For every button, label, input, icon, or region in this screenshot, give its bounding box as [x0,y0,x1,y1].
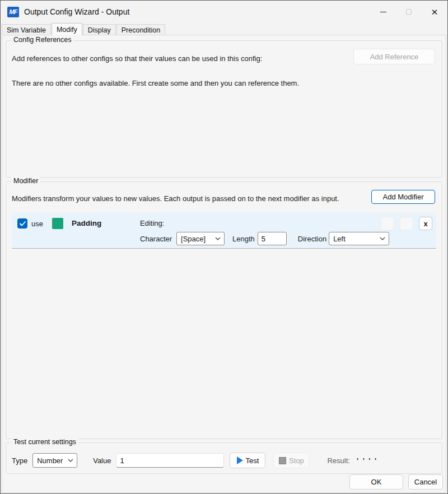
character-label: Character [140,235,172,243]
result-label: Result: [327,456,349,465]
app-icon: MF [7,7,19,17]
ok-button[interactable]: OK [349,474,403,490]
chevron-down-icon [215,237,221,240]
test-button-label: Test [246,456,259,465]
play-icon [237,456,243,464]
character-value: [Space] [181,235,206,243]
modifier-color-swatch [52,218,63,229]
tab-modify[interactable]: Modify [52,23,82,35]
move-down-button[interactable] [400,217,413,230]
output-config-wizard-window: MF Output Config Wizard - Output ✕ Sim V… [0,0,448,494]
checkmark-icon [20,221,26,226]
modifier-header: Modifiers transform your values to new v… [6,182,442,204]
type-select[interactable]: Number [32,453,77,468]
tab-sim-variable[interactable]: Sim Variable [2,24,51,35]
stop-button-label: Stop [289,456,304,465]
move-up-button[interactable] [381,217,394,230]
test-button[interactable]: Test [230,453,265,468]
stop-button[interactable]: Stop [273,453,309,468]
modifier-row-padding: use Padding Editing: Character [Space] L… [12,213,436,249]
add-modifier-button[interactable]: Add Modifier [371,190,435,204]
cancel-button[interactable]: Cancel [408,474,443,490]
chevron-down-icon [68,459,73,462]
result-value: ' ' ' ' [357,456,377,465]
remove-modifier-button[interactable]: x [419,217,432,230]
test-row: Type Number Value Test Stop Result: ' ' … [6,453,442,468]
modifier-fields: Character [Space] Length Direction Left [140,231,389,246]
modifier-description: Modifiers transform your values to new v… [12,191,339,203]
window-title: Output Config Wizard - Output [24,7,129,16]
direction-value: Left [333,235,346,243]
window-controls: ✕ [370,1,447,23]
test-settings-legend: Test current settings [11,438,78,446]
direction-select[interactable]: Left [329,232,389,245]
value-label: Value [93,456,111,465]
tab-display[interactable]: Display [83,24,116,35]
editing-label: Editing: [140,219,164,227]
direction-label: Direction [298,235,326,243]
modifier-name: Padding [72,219,101,227]
type-value: Number [37,456,63,465]
dialog-footer: OK Cancel [2,472,446,492]
config-references-legend: Config References [11,36,74,44]
modifier-legend: Modifier [11,177,40,185]
config-references-empty-message: There are no other configs available. Fi… [6,64,442,87]
maximize-button[interactable] [396,1,422,23]
maximize-icon [406,9,412,15]
length-label: Length [232,235,255,243]
tab-precondition[interactable]: Precondition [116,24,166,35]
chevron-down-icon [380,237,385,240]
use-label: use [31,220,43,228]
test-settings-group: Test current settings Type Number Value … [6,442,442,474]
tab-strip: Sim Variable Modify Display Precondition [2,23,446,35]
use-checkbox[interactable] [17,218,27,229]
value-input[interactable] [116,453,224,468]
stop-icon [279,457,286,464]
close-icon: ✕ [431,8,438,16]
minimize-icon [380,12,386,12]
config-references-group: Config References Add references to othe… [6,40,442,178]
modify-tab-page: Config References Add references to othe… [2,35,446,493]
modifier-row-buttons: x [381,217,432,230]
titlebar: MF Output Config Wizard - Output ✕ [1,1,447,23]
close-button[interactable]: ✕ [422,1,447,23]
length-input[interactable] [258,232,287,245]
character-select[interactable]: [Space] [176,232,225,245]
type-label: Type [12,456,27,465]
modifier-group: Modifier Modifiers transform your values… [6,181,442,439]
config-references-description: Add references to other configs so that … [12,51,262,63]
config-references-header: Add references to other configs so that … [6,41,442,64]
minimize-button[interactable] [370,1,396,23]
add-reference-button[interactable]: Add Reference [353,49,435,64]
